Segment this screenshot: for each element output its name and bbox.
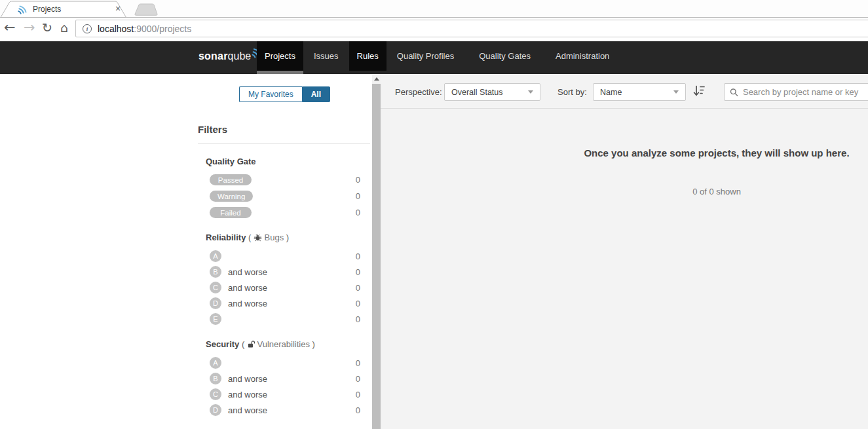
filters-divider [198, 143, 370, 144]
status-pill: Warning [210, 191, 253, 202]
facet-count: 0 [356, 191, 360, 201]
sort-dropdown[interactable]: Name [593, 83, 686, 101]
facet-row-a[interactable]: A0 [206, 357, 360, 369]
all-button[interactable]: All [302, 86, 330, 102]
my-favorites-button[interactable]: My Favorites [239, 86, 302, 102]
url-host: localhost [98, 24, 134, 34]
projects-main: Perspective: Overall Status Sort by: Nam… [381, 74, 868, 429]
rating-badge: C [210, 282, 221, 293]
rating-badge: C [210, 388, 221, 400]
facet-row-passed[interactable]: Passed0 [206, 174, 360, 185]
facet-row-warning[interactable]: Warning0 [206, 191, 360, 202]
facet-row-failed[interactable]: Failed0 [206, 207, 360, 218]
shown-count: 0 of 0 shown [381, 187, 868, 196]
page-info-icon[interactable]: i [83, 24, 92, 33]
chevron-down-icon [673, 90, 679, 94]
rating-badge: E [210, 313, 221, 325]
facet-row-label: and worse [228, 405, 267, 415]
filters-panel: My Favorites All Filters Quality GatePas… [0, 74, 372, 429]
facet-count: 0 [356, 299, 360, 308]
facet-row-b[interactable]: Band worse0 [206, 266, 360, 278]
facet-subtitle: ( Bugs ) [246, 233, 289, 242]
facet-subtitle-text: Vulnerabilities [257, 339, 310, 349]
nav-item-projects[interactable]: Projects [257, 41, 303, 71]
facet-row-c[interactable]: Cand worse0 [206, 388, 360, 400]
nav-item-issues[interactable]: Issues [306, 41, 347, 71]
facet-count: 0 [356, 208, 360, 217]
nav-items: ProjectsIssuesRulesQuality ProfilesQuali… [257, 41, 626, 74]
unlock-icon [247, 340, 255, 348]
perspective-label: Perspective: [395, 87, 442, 97]
nav-item-administration[interactable]: Administration [548, 41, 617, 71]
reload-button[interactable]: ↻ [42, 20, 52, 35]
facet-subtitle-text: Bugs [265, 233, 284, 242]
rating-badge: B [210, 373, 221, 384]
scrollbar-thumb[interactable] [372, 84, 381, 429]
perspective-dropdown[interactable]: Overall Status [444, 83, 540, 101]
facet-row-c[interactable]: Cand worse0 [206, 282, 360, 293]
favorites-toggle: My Favorites All [239, 86, 330, 102]
sort-by-label: Sort by: [557, 87, 587, 97]
address-bar[interactable]: i localhost:9000/projects [75, 20, 868, 37]
projects-toolbar: Perspective: Overall Status Sort by: Nam… [381, 74, 868, 109]
new-tab-button[interactable] [135, 4, 157, 15]
sort-order-button[interactable] [692, 84, 706, 98]
facet-subtitle: ( Vulnerabilities ) [239, 339, 315, 349]
facet-row-b[interactable]: Band worse0 [206, 373, 360, 384]
facet-count: 0 [356, 390, 360, 400]
facet-row-d[interactable]: Dand worse0 [206, 404, 360, 416]
facet-count: 0 [356, 358, 360, 368]
facet-title: Security ( Vulnerabilities ) [206, 339, 360, 349]
rating-badge: A [210, 357, 221, 369]
status-pill: Passed [210, 174, 252, 185]
home-button[interactable]: ⌂ [60, 20, 68, 35]
facet-quality-gate: Quality GatePassed0Warning0Failed0 [206, 157, 360, 218]
facet-row-label: and worse [228, 299, 267, 308]
url-text: localhost:9000/projects [98, 24, 191, 34]
sonarqube-logo[interactable]: sonarqube [198, 41, 265, 71]
browser-tab-strip: Projects × [0, 0, 868, 18]
facet-reliability: Reliability ( Bugs )A0Band worse0Cand wo… [206, 233, 360, 325]
filters-title: Filters [198, 124, 227, 135]
scrollbar-up-button[interactable] [372, 74, 381, 84]
facet-title: Reliability ( Bugs ) [206, 233, 360, 242]
sonarqube-favicon [18, 4, 29, 14]
project-search-box[interactable] [724, 83, 868, 101]
sort-value: Name [600, 88, 622, 97]
tab-close-button[interactable]: × [113, 3, 123, 14]
facet-count: 0 [356, 267, 360, 277]
facet-title-text: Reliability [206, 233, 246, 242]
facet-count: 0 [356, 405, 360, 415]
facet-security: Security ( Vulnerabilities )A0Band worse… [206, 339, 360, 416]
facet-row-e[interactable]: E0 [206, 313, 360, 325]
facet-count: 0 [356, 374, 360, 384]
chevron-down-icon [528, 90, 533, 94]
facet-row-label: and worse [228, 267, 267, 277]
url-path: :9000/projects [134, 24, 191, 34]
rating-badge: B [210, 266, 221, 278]
rating-badge: D [210, 297, 221, 309]
facet-row-a[interactable]: A0 [206, 250, 360, 262]
nav-item-quality-profiles[interactable]: Quality Profiles [389, 41, 462, 71]
bug-icon [254, 233, 262, 242]
rating-badge: D [210, 404, 221, 416]
screen: Projects × ← → ↻ ⌂ i localhost:9000/proj… [0, 0, 868, 429]
facet-count: 0 [356, 175, 360, 185]
browser-toolbar: ← → ↻ ⌂ i localhost:9000/projects [0, 18, 868, 40]
back-button[interactable]: ← [4, 20, 16, 35]
facets: Quality GatePassed0Warning0Failed0Reliab… [206, 157, 360, 429]
facet-row-d[interactable]: Dand worse0 [206, 297, 360, 309]
facet-title-text: Quality Gate [206, 157, 256, 166]
perspective-value: Overall Status [451, 88, 503, 97]
forward-button[interactable]: → [24, 20, 35, 35]
sidebar-scrollbar[interactable] [372, 74, 381, 429]
nav-item-quality-gates[interactable]: Quality Gates [471, 41, 538, 71]
facet-title: Quality Gate [206, 157, 360, 166]
status-pill: Failed [210, 207, 252, 218]
rating-badge: A [210, 250, 221, 262]
search-icon [730, 88, 738, 97]
empty-state-message: Once you analyze some projects, they wil… [381, 147, 868, 159]
facet-count: 0 [356, 314, 360, 324]
project-search-input[interactable] [743, 87, 868, 97]
nav-item-rules[interactable]: Rules [349, 41, 387, 71]
